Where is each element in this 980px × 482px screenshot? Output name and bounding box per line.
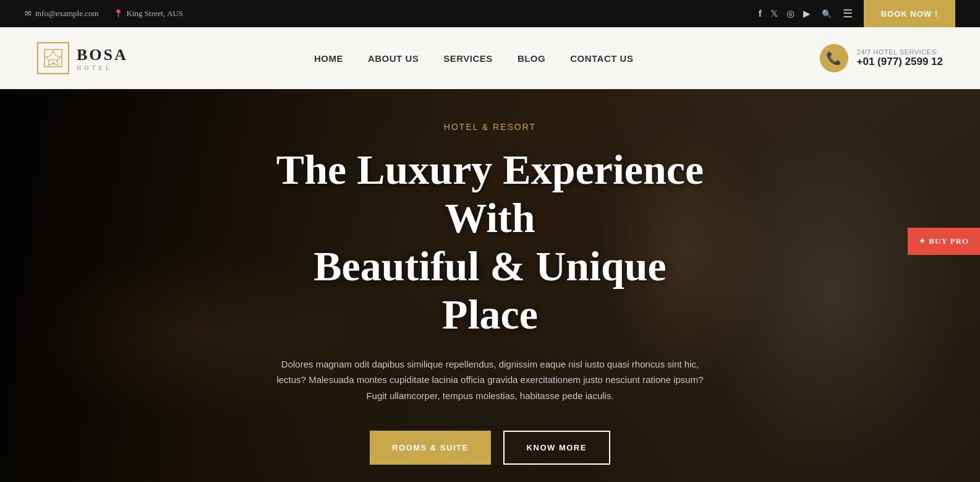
phone-label: 24/7 HOTEL SERVICES:: [857, 48, 943, 56]
social-icons: [759, 8, 811, 19]
mail-icon: [25, 9, 32, 19]
nav-about[interactable]: ABOUT US: [368, 53, 419, 64]
nav-home[interactable]: HOME: [314, 53, 343, 64]
logo-sub: HOTEL: [77, 64, 128, 71]
nav-blog[interactable]: BLOG: [518, 53, 545, 64]
hero-description: Dolores magnam odit dapibus similique re…: [268, 356, 713, 404]
instagram-icon[interactable]: [786, 8, 795, 19]
top-bar-right: BOOK NOW !: [759, 0, 955, 27]
phone-icon: [826, 51, 842, 66]
know-more-button[interactable]: KNOW MORE: [503, 431, 610, 465]
phone-text: 24/7 HOTEL SERVICES: +01 (977) 2599 12: [857, 48, 943, 68]
logo[interactable]: BOSA HOTEL: [37, 42, 128, 74]
navbar: BOSA HOTEL HOME ABOUT US SERVICES BLOG C…: [0, 27, 980, 89]
buy-pro-badge[interactable]: ✦ BUY PRO: [908, 228, 980, 255]
rooms-suite-button[interactable]: ROOMS & SUITE: [370, 431, 491, 465]
facebook-icon[interactable]: [759, 8, 762, 19]
hero-section: HOTEL & RESORT The Luxury Experience Wit…: [0, 89, 980, 482]
hero-buttons: ROOMS & SUITE KNOW MORE: [268, 431, 713, 465]
logo-svg: [43, 48, 63, 68]
nav-services[interactable]: SERVICES: [443, 53, 493, 64]
email-info: info@example.com: [25, 9, 99, 19]
phone-number: +01 (977) 2599 12: [857, 56, 943, 68]
hero-subtitle: HOTEL & RESORT: [268, 122, 713, 132]
book-now-button[interactable]: BOOK NOW !: [864, 0, 955, 27]
logo-icon: [37, 42, 69, 74]
address-info: King Street, AUS: [114, 9, 183, 19]
hero-content: HOTEL & RESORT The Luxury Experience Wit…: [243, 122, 738, 465]
twitter-icon[interactable]: [770, 8, 778, 19]
hero-title: The Luxury Experience With Beautiful & U…: [268, 145, 713, 339]
nav-phone: 24/7 HOTEL SERVICES: +01 (977) 2599 12: [820, 44, 943, 72]
nav-contact[interactable]: CONTACT US: [570, 53, 633, 64]
hamburger-menu-icon[interactable]: [843, 7, 853, 20]
top-bar: info@example.com King Street, AUS BOOK N…: [0, 0, 980, 27]
phone-icon-circle: [820, 44, 848, 72]
search-icon[interactable]: [822, 9, 832, 19]
email-text: info@example.com: [35, 9, 99, 19]
pin-icon: [114, 9, 123, 19]
hero-title-line2: Beautiful & Unique Place: [313, 243, 667, 338]
hero-title-line1: The Luxury Experience With: [276, 146, 704, 241]
address-text: King Street, AUS: [127, 9, 183, 19]
logo-text: BOSA HOTEL: [77, 46, 128, 71]
youtube-icon[interactable]: [803, 8, 811, 19]
logo-name: BOSA: [77, 46, 128, 64]
top-bar-left: info@example.com King Street, AUS: [25, 9, 183, 19]
nav-links: HOME ABOUT US SERVICES BLOG CONTACT US: [314, 53, 634, 64]
